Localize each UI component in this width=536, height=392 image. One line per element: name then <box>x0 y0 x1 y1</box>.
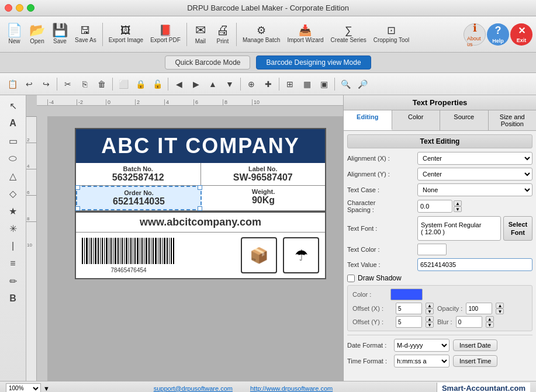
unlock-btn[interactable]: 🔓 <box>150 77 165 92</box>
triangle-tool[interactable]: △ <box>4 168 22 184</box>
shadow-color-swatch[interactable] <box>390 289 423 300</box>
insert-date-button[interactable]: Insert Date <box>453 339 497 351</box>
center-btn[interactable]: ⊕ <box>244 77 259 92</box>
import-wizard-button[interactable]: 📥 Import Wizard <box>284 23 326 45</box>
svg-rect-37 <box>164 238 165 264</box>
tab-size-position[interactable]: Size and Position <box>489 110 537 130</box>
rect-tool[interactable]: ▭ <box>4 133 22 149</box>
diamond-tool[interactable]: ◇ <box>4 185 22 202</box>
export-pdf-button[interactable]: 📕 Export PDF <box>147 23 184 45</box>
rect-btn[interactable]: ⬜ <box>116 77 131 92</box>
main-toolbar: 📄 New 📂 Open 💾 Save 🖫 Save As 🖼 Export I… <box>0 16 536 53</box>
alignment-y-select[interactable]: Center Top Bottom <box>417 168 532 181</box>
move-right-btn[interactable]: ▶ <box>188 77 203 92</box>
zoom-in-btn[interactable]: 🔍 <box>338 77 353 92</box>
move-up-btn[interactable]: ▲ <box>205 77 220 92</box>
image-tool[interactable]: B <box>4 290 22 307</box>
export-image-button[interactable]: 🖼 Export Image <box>106 23 146 45</box>
blur-up[interactable]: ▲ <box>486 316 494 322</box>
char-spacing-down[interactable]: ▼ <box>454 206 462 212</box>
tab-color[interactable]: Color <box>392 110 441 130</box>
layout-btn[interactable]: ▣ <box>316 77 331 92</box>
zoom-select[interactable]: 100% 75% 125% 150% <box>6 383 41 393</box>
exit-icon: ✕ <box>518 25 525 36</box>
mail-button[interactable]: ✉ Mail <box>190 22 211 46</box>
about-us-button[interactable]: ℹ About us <box>464 23 486 46</box>
support-link[interactable]: support@drpusoftware.com <box>154 385 233 392</box>
save-button[interactable]: 💾 Save <box>49 22 71 46</box>
offset-x-down[interactable]: ▼ <box>426 308 434 314</box>
alignment-x-select[interactable]: Center Left Right <box>417 152 532 165</box>
move-down-btn[interactable]: ▼ <box>222 77 237 92</box>
pencil-tool[interactable]: ✏ <box>4 273 22 289</box>
shadow-offset-y-input[interactable] <box>396 316 422 328</box>
copy-btn[interactable]: ⎘ <box>77 77 92 92</box>
offset-x-up[interactable]: ▲ <box>426 303 434 308</box>
new-button[interactable]: 📄 New <box>4 22 25 46</box>
lock-btn[interactable]: 🔒 <box>133 77 148 92</box>
print-button[interactable]: 🖨 Print <box>212 22 233 46</box>
text-color-swatch[interactable] <box>417 244 447 255</box>
status-links: support@drpusoftware.com http://www.drpu… <box>154 385 333 392</box>
svg-rect-1 <box>84 238 85 264</box>
order-cell-selected[interactable]: Order No. 6521414035 <box>76 186 202 210</box>
date-format-select[interactable]: M-d-yyyy MM/dd/yyyy <box>394 339 449 352</box>
insert-time-button[interactable]: Insert Time <box>453 355 497 367</box>
tab-editing[interactable]: Editing <box>344 110 392 130</box>
save-as-button[interactable]: 🖫 Save As <box>72 23 99 45</box>
burst-tool[interactable]: ✳ <box>4 220 22 237</box>
text-case-label: Text Case : <box>347 186 417 193</box>
add-btn[interactable]: ✚ <box>261 77 276 92</box>
grid-btn[interactable]: ⊞ <box>282 77 298 92</box>
select-tool[interactable]: ↖ <box>4 98 22 114</box>
maximize-button[interactable] <box>27 4 34 12</box>
paste-btn[interactable]: 📋 <box>5 77 20 92</box>
redo-btn[interactable]: ↪ <box>39 77 54 92</box>
time-format-select[interactable]: h:mm:ss a HH:mm:ss <box>394 355 449 367</box>
create-series-button[interactable]: ∑ Create Series <box>328 23 369 45</box>
char-spacing-spinner: ▲ ▼ <box>417 200 532 213</box>
line-tool[interactable]: | <box>4 238 22 254</box>
svg-rect-8 <box>100 238 101 264</box>
opacity-label: Opacity : <box>437 305 462 312</box>
blur-input[interactable] <box>456 316 482 328</box>
undo-btn[interactable]: ↩ <box>22 77 37 92</box>
exit-button[interactable]: ✕ Exit <box>510 23 532 46</box>
text-case-select[interactable]: None Upper Lower <box>417 183 532 196</box>
help-button[interactable]: ? Help <box>487 23 509 46</box>
offset-y-up[interactable]: ▲ <box>426 316 434 322</box>
tab-source[interactable]: Source <box>440 110 489 130</box>
website-link[interactable]: http://www.drpusoftware.com <box>250 385 333 392</box>
barcode-tool[interactable]: ≡ <box>4 255 22 272</box>
zoom-out-btn[interactable]: 🔎 <box>355 77 370 92</box>
quick-barcode-mode-button[interactable]: Quick Barcode Mode <box>165 55 250 70</box>
manage-batch-button[interactable]: ⚙ Manage Batch <box>240 23 283 45</box>
move-left-btn[interactable]: ◀ <box>171 77 186 92</box>
offset-y-down[interactable]: ▼ <box>426 322 434 328</box>
shadow-offset-x-input[interactable] <box>396 303 422 314</box>
opacity-input[interactable] <box>466 303 492 314</box>
svg-rect-34 <box>158 238 158 264</box>
help-icon: ? <box>495 25 502 37</box>
blur-down[interactable]: ▼ <box>486 322 494 328</box>
table-btn[interactable]: ▦ <box>299 77 314 92</box>
text-tool[interactable]: A <box>4 115 22 131</box>
cropping-tool-button[interactable]: ⊡ Cropping Tool <box>371 23 413 45</box>
cut-btn[interactable]: ✂ <box>60 77 75 92</box>
opacity-down[interactable]: ▼ <box>496 308 504 314</box>
delete-btn[interactable]: 🗑 <box>94 77 109 92</box>
star-tool[interactable]: ★ <box>4 203 22 219</box>
close-button[interactable] <box>5 4 12 12</box>
zoom-down-arrow[interactable]: ▼ <box>43 385 50 392</box>
open-button[interactable]: 📂 Open <box>26 22 48 46</box>
char-spacing-input[interactable] <box>417 200 452 213</box>
char-spacing-up[interactable]: ▲ <box>454 200 462 206</box>
text-value-input[interactable] <box>417 258 532 271</box>
designing-mode-button[interactable]: Barcode Designing view Mode <box>256 55 371 70</box>
select-font-button[interactable]: SelectFont <box>503 216 532 241</box>
ellipse-tool[interactable]: ⬭ <box>4 150 22 166</box>
minimize-button[interactable] <box>16 4 23 12</box>
opacity-up[interactable]: ▲ <box>496 303 504 308</box>
draw-shadow-checkbox[interactable] <box>347 275 355 282</box>
canvas-content[interactable]: ABC IT COMPANY Batch No. 5632587412 Labe… <box>47 116 343 381</box>
